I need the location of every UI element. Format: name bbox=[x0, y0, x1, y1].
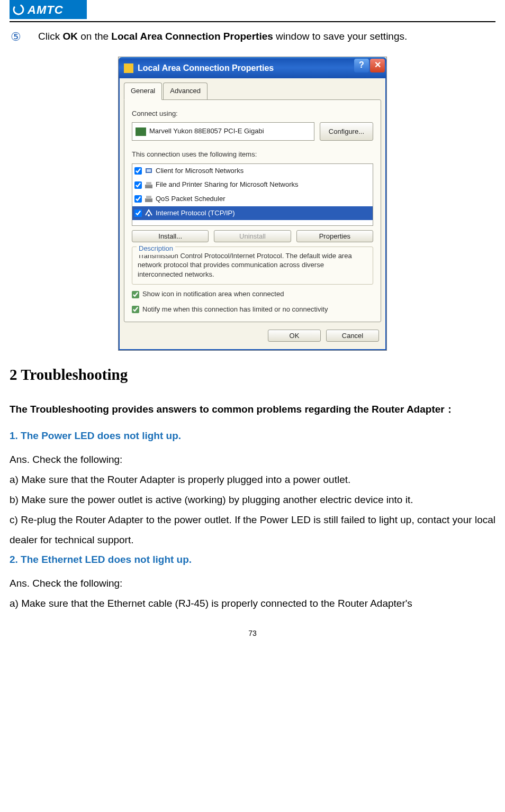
connect-using-label: Connect using: bbox=[132, 107, 373, 121]
dialog-title: Local Area Connection Properties bbox=[138, 60, 274, 76]
items-label: This connection uses the following items… bbox=[132, 148, 373, 161]
t3: on the bbox=[78, 31, 111, 42]
tab-bar: General Advanced bbox=[120, 78, 385, 99]
t2: OK bbox=[62, 31, 78, 42]
help-button[interactable]: ? bbox=[354, 59, 369, 72]
answer-1a: a) Make sure that the Router Adapter is … bbox=[10, 470, 495, 490]
item-label: QoS Packet Scheduler bbox=[156, 193, 226, 206]
cancel-label: Cancel bbox=[342, 332, 363, 340]
svg-point-0 bbox=[13, 3, 25, 16]
t4: Local Area Connection Properties bbox=[111, 31, 273, 42]
description-legend: Description bbox=[137, 242, 175, 256]
svg-rect-5 bbox=[146, 182, 151, 185]
connection-items-list[interactable]: Client for Microsoft Networks File and P… bbox=[132, 163, 373, 226]
document-page: AMTC ⑤ Click OK on the Local Area Connec… bbox=[0, 0, 505, 656]
window-icon bbox=[124, 63, 133, 73]
properties-dialog: Local Area Connection Properties ? ✕ Gen… bbox=[118, 57, 387, 351]
uninstall-button: Uninstall bbox=[214, 230, 291, 242]
description-group: Description Transmission Control Protoco… bbox=[132, 247, 373, 285]
answer-2a: a) Make sure that the Ethernet cable (RJ… bbox=[10, 594, 495, 614]
adapter-name: Marvell Yukon 88E8057 PCI-E Gigabi bbox=[149, 125, 264, 138]
notify-label: Notify me when this connection has limit… bbox=[142, 303, 328, 316]
install-button[interactable]: Install... bbox=[132, 230, 209, 242]
list-item[interactable]: QoS Packet Scheduler bbox=[132, 192, 373, 206]
notify-checkbox[interactable] bbox=[132, 306, 139, 313]
tab-content: Connect using: Marvell Yukon 88E8057 PCI… bbox=[124, 99, 381, 322]
list-item[interactable]: Client for Microsoft Networks bbox=[132, 164, 373, 178]
screenshot-container: Local Area Connection Properties ? ✕ Gen… bbox=[10, 57, 495, 351]
item-checkbox[interactable] bbox=[134, 195, 142, 203]
cancel-button[interactable]: Cancel bbox=[326, 330, 379, 342]
tab-advanced-label: Advanced bbox=[170, 87, 201, 95]
item-label: Internet Protocol (TCP/IP) bbox=[156, 207, 235, 220]
close-button[interactable]: ✕ bbox=[370, 59, 385, 72]
notify-option[interactable]: Notify me when this connection has limit… bbox=[132, 303, 373, 316]
instruction-step: ⑤ Click OK on the Local Area Connection … bbox=[10, 30, 495, 45]
svg-rect-3 bbox=[147, 169, 151, 172]
configure-button[interactable]: Configure... bbox=[320, 122, 373, 141]
uninstall-label: Uninstall bbox=[239, 232, 266, 240]
section-intro: The Troubleshooting provides answers to … bbox=[10, 400, 495, 419]
tab-general-label: General bbox=[131, 87, 155, 95]
properties-label: Properties bbox=[319, 232, 350, 240]
properties-button[interactable]: Properties bbox=[296, 230, 373, 242]
component-icon bbox=[144, 180, 154, 190]
tab-advanced[interactable]: Advanced bbox=[163, 83, 208, 99]
svg-rect-6 bbox=[145, 198, 152, 202]
install-label: Install... bbox=[158, 232, 182, 240]
t5: window to save your settings. bbox=[273, 31, 407, 42]
question-1-title: 1. The Power LED does not light up. bbox=[10, 426, 495, 445]
answer-1b: b) Make sure the power outlet is active … bbox=[10, 490, 495, 510]
adapter-field[interactable]: Marvell Yukon 88E8057 PCI-E Gigabi bbox=[132, 122, 314, 141]
protocol-icon bbox=[144, 208, 154, 218]
brand-logo: AMTC bbox=[10, 0, 87, 19]
item-checkbox[interactable] bbox=[134, 209, 142, 217]
configure-label: Configure... bbox=[329, 127, 364, 135]
answer-1c: c) Re-plug the Router Adapter to the pow… bbox=[10, 510, 495, 550]
item-checkbox[interactable] bbox=[134, 181, 142, 189]
ok-button[interactable]: OK bbox=[268, 330, 321, 342]
answer-label: Ans. Check the following: bbox=[10, 573, 495, 594]
dialog-titlebar[interactable]: Local Area Connection Properties bbox=[119, 57, 354, 78]
show-icon-option[interactable]: Show icon in notification area when conn… bbox=[132, 288, 373, 301]
section-heading: 2 Troubleshooting bbox=[10, 366, 495, 384]
question-2-title: 2. The Ethernet LED does not light up. bbox=[10, 550, 495, 569]
tab-general[interactable]: General bbox=[124, 83, 162, 100]
list-item[interactable]: File and Printer Sharing for Microsoft N… bbox=[132, 178, 373, 192]
show-icon-checkbox[interactable] bbox=[132, 291, 139, 298]
header-rule bbox=[10, 21, 495, 22]
svg-rect-7 bbox=[146, 196, 151, 199]
svg-text:AMTC: AMTC bbox=[27, 3, 64, 16]
description-text: Transmission Control Protocol/Internet P… bbox=[138, 251, 367, 279]
nic-icon bbox=[136, 127, 146, 136]
page-number: 73 bbox=[10, 626, 495, 641]
list-item-selected[interactable]: Internet Protocol (TCP/IP) bbox=[132, 206, 373, 221]
item-checkbox[interactable] bbox=[134, 167, 142, 175]
step-number: ⑤ bbox=[10, 30, 22, 45]
answer-label: Ans. Check the following: bbox=[10, 450, 495, 470]
component-icon bbox=[144, 194, 154, 204]
t1: Click bbox=[38, 31, 62, 42]
step-text: Click OK on the Local Area Connection Pr… bbox=[38, 30, 407, 44]
item-label: Client for Microsoft Networks bbox=[156, 165, 244, 178]
help-icon: ? bbox=[359, 57, 364, 73]
svg-point-8 bbox=[148, 214, 150, 216]
ok-label: OK bbox=[290, 332, 300, 340]
item-label: File and Printer Sharing for Microsoft N… bbox=[156, 178, 298, 191]
close-icon: ✕ bbox=[374, 57, 381, 73]
show-icon-label: Show icon in notification area when conn… bbox=[142, 288, 284, 301]
svg-rect-4 bbox=[145, 185, 152, 188]
component-icon bbox=[144, 166, 154, 176]
